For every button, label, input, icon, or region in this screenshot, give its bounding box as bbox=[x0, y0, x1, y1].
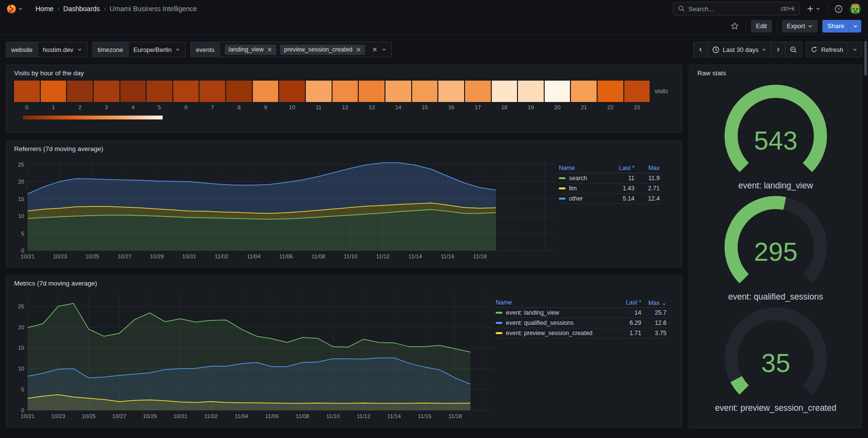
clock-icon bbox=[712, 46, 719, 53]
heatmap-cell-hour-4[interactable] bbox=[120, 81, 146, 102]
heatmap-cell-hour-7[interactable] bbox=[200, 81, 225, 102]
event-chip-label: landing_view bbox=[229, 46, 264, 53]
search-icon bbox=[678, 5, 685, 12]
remove-chip-icon[interactable]: ✕ bbox=[267, 46, 272, 53]
heatmap-cell-hour-20[interactable] bbox=[545, 81, 570, 102]
website-filter-select[interactable]: hostim.dev bbox=[37, 42, 87, 57]
time-shift-back-button[interactable] bbox=[693, 42, 708, 57]
legend-row[interactable]: search1111.9 bbox=[559, 173, 660, 184]
series-last-value: 6.29 bbox=[613, 320, 641, 326]
panel-title: Visits by hour of the day bbox=[6, 65, 682, 80]
heatmap-cell-hour-6[interactable] bbox=[173, 81, 199, 102]
svg-text:?: ? bbox=[837, 6, 840, 11]
events-filter-label: events bbox=[190, 42, 219, 57]
legend-series-name: event: landing_view bbox=[496, 309, 613, 316]
series-swatch-icon bbox=[559, 177, 566, 179]
remove-chip-icon[interactable]: ✕ bbox=[356, 46, 361, 53]
heatmap-cell-hour-18[interactable] bbox=[492, 81, 517, 102]
legend-row[interactable]: other5.1412.4 bbox=[559, 194, 660, 204]
legend-col-last[interactable]: Last * bbox=[613, 299, 641, 306]
heatmap-cell-hour-2[interactable] bbox=[67, 81, 93, 102]
org-chevron-down-icon[interactable] bbox=[18, 6, 23, 11]
events-filter: events landing_view✕preview_session_crea… bbox=[190, 42, 391, 57]
refresh-button[interactable]: Refresh bbox=[806, 42, 848, 57]
time-range-picker[interactable]: Last 30 days bbox=[708, 42, 772, 57]
share-button[interactable]: Share bbox=[822, 20, 849, 33]
metrics-legend: NameLast *Max ⌄event: landing_view1425.7… bbox=[496, 298, 667, 338]
avatar[interactable] bbox=[850, 3, 861, 15]
svg-text:11/14: 11/14 bbox=[408, 253, 422, 259]
new-button[interactable] bbox=[805, 3, 822, 14]
legend-series-name: event: preview_session_created bbox=[496, 330, 613, 337]
svg-text:10/31: 10/31 bbox=[182, 253, 196, 259]
svg-text:11/06: 11/06 bbox=[279, 253, 293, 259]
chevron-right-icon bbox=[776, 47, 781, 52]
dashboard: website hostim.dev timezone Europe/Berli… bbox=[0, 35, 868, 428]
heatmap-cell-hour-21[interactable] bbox=[571, 81, 597, 102]
refresh-icon bbox=[811, 46, 818, 53]
chevron-left-icon bbox=[698, 47, 703, 52]
heatmap-cell-hour-13[interactable] bbox=[359, 81, 384, 102]
hour-tick-label: 18 bbox=[492, 104, 517, 110]
legend-col-max[interactable]: Max bbox=[634, 165, 660, 171]
website-filter: website hostim.dev bbox=[6, 42, 87, 57]
svg-text:20: 20 bbox=[18, 324, 24, 330]
export-button[interactable]: Export bbox=[782, 20, 818, 33]
share-menu-button[interactable] bbox=[849, 20, 861, 33]
legend-row[interactable]: event: landing_view1425.7 bbox=[496, 308, 667, 318]
help-button[interactable]: ? bbox=[833, 3, 845, 15]
search-box[interactable]: ctrl+k bbox=[673, 2, 800, 16]
gauge-label: event: landing_view bbox=[738, 181, 813, 191]
metrics-chart[interactable]: 051015202510/2110/2310/2510/2710/2910/31… bbox=[10, 290, 496, 421]
legend-col-max[interactable]: Max ⌄ bbox=[641, 299, 667, 306]
heatmap-cell-hour-19[interactable] bbox=[518, 81, 544, 102]
zoom-out-button[interactable] bbox=[785, 42, 802, 57]
svg-text:11/16: 11/16 bbox=[418, 413, 432, 419]
heatmap-cell-hour-11[interactable] bbox=[306, 81, 332, 102]
legend-row[interactable]: event: qualified_sessions6.2912.6 bbox=[496, 318, 667, 328]
timezone-filter-select[interactable]: Europe/Berlin bbox=[128, 42, 186, 57]
svg-text:35: 35 bbox=[761, 348, 790, 377]
heatmap-cell-hour-5[interactable] bbox=[147, 81, 172, 102]
svg-text:11/12: 11/12 bbox=[357, 413, 370, 419]
gauge-arc: 543 bbox=[715, 82, 836, 182]
heatmap-cell-hour-22[interactable] bbox=[598, 81, 623, 102]
scrollbar-thumb[interactable] bbox=[864, 41, 867, 76]
referrers-chart[interactable]: 051015202510/2110/2310/2510/2710/2910/31… bbox=[10, 155, 559, 261]
hour-tick-label: 13 bbox=[359, 104, 384, 110]
series-max-value: 12.6 bbox=[641, 320, 667, 326]
gauge-label: event: preview_session_created bbox=[715, 403, 836, 413]
legend-row[interactable]: event: preview_session_created1.713.75 bbox=[496, 328, 667, 338]
heatmap-cell-hour-15[interactable] bbox=[412, 81, 438, 102]
svg-text:10/21: 10/21 bbox=[21, 413, 35, 419]
events-filter-select[interactable]: landing_view✕preview_session_created✕ bbox=[219, 42, 392, 57]
legend-row[interactable]: llm1.432.71 bbox=[559, 184, 660, 194]
heatmap-cell-hour-9[interactable] bbox=[253, 81, 279, 102]
event-chip[interactable]: landing_view✕ bbox=[225, 45, 276, 55]
heatmap-cell-hour-14[interactable] bbox=[385, 81, 411, 102]
svg-text:11/08: 11/08 bbox=[296, 413, 309, 419]
legend-col-name[interactable]: Name bbox=[496, 299, 613, 306]
event-chip[interactable]: preview_session_created✕ bbox=[280, 45, 365, 55]
clear-all-icon[interactable] bbox=[372, 47, 378, 52]
time-shift-forward-button[interactable] bbox=[771, 42, 785, 57]
grafana-logo[interactable] bbox=[5, 3, 26, 15]
svg-text:10: 10 bbox=[18, 213, 24, 219]
heatmap-cell-hour-17[interactable] bbox=[465, 81, 491, 102]
heatmap-cell-hour-16[interactable] bbox=[438, 81, 464, 102]
heatmap-cell-hour-23[interactable] bbox=[624, 81, 650, 102]
heatmap-cell-hour-10[interactable] bbox=[279, 81, 305, 102]
search-input[interactable] bbox=[688, 5, 777, 13]
heatmap-cell-hour-8[interactable] bbox=[226, 81, 252, 102]
breadcrumb-item[interactable]: Home bbox=[35, 5, 53, 13]
edit-button[interactable]: Edit bbox=[751, 20, 771, 33]
refresh-interval-button[interactable] bbox=[848, 42, 862, 57]
heatmap-cell-hour-0[interactable] bbox=[14, 81, 40, 102]
heatmap-cell-hour-3[interactable] bbox=[94, 81, 119, 102]
star-button[interactable] bbox=[729, 20, 741, 32]
legend-col-name[interactable]: Name bbox=[559, 165, 606, 171]
breadcrumb-item[interactable]: Dashboards bbox=[63, 5, 100, 13]
heatmap-cell-hour-1[interactable] bbox=[41, 81, 67, 102]
legend-col-last[interactable]: Last * bbox=[606, 165, 634, 171]
heatmap-cell-hour-12[interactable] bbox=[333, 81, 358, 102]
